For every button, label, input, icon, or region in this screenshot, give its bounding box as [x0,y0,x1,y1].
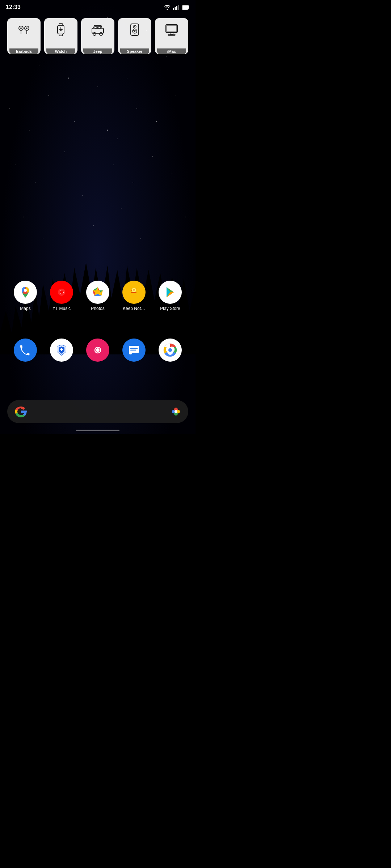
widget-imac-label: iMac [157,48,186,54]
widget-watch-label: Watch [46,48,75,54]
yt-music-svg [56,287,67,297]
yt-music-icon-bg [50,281,73,304]
google-g-icon [14,405,28,418]
maps-icon-bg [14,281,37,304]
status-bar: 12:33 [0,0,196,14]
messages-icon-bg [122,339,146,362]
wifi-icon [164,4,171,10]
app-play-store[interactable]: Play Store [156,281,185,311]
play-store-icon-bg [159,281,182,304]
apps-row-2 [7,339,188,362]
app-bitwarden[interactable] [47,339,76,362]
keep-svg [127,286,140,299]
svg-rect-41 [131,292,136,293]
phone-svg [20,344,31,356]
svg-point-59 [168,348,172,352]
app-maps[interactable]: Maps [11,281,40,311]
phone-icon-bg [14,339,37,362]
messages-svg [128,344,140,356]
widget-speaker-label: Speaker [120,48,149,54]
chrome-icon-bg [159,339,182,362]
svg-rect-18 [59,34,63,36]
app-photos-label: Photos [91,306,104,311]
svg-point-11 [20,27,22,29]
svg-point-33 [24,289,27,292]
status-icons [164,4,190,10]
svg-rect-0 [173,8,174,10]
photos-svg [91,285,105,299]
widget-earbuds[interactable]: Earbuds [7,18,41,54]
svg-point-52 [96,348,100,352]
speaker-icon [127,22,143,38]
app-yt-music-label: YT Music [52,306,71,311]
app-phone[interactable] [11,339,40,362]
svg-point-12 [26,27,28,29]
bitwarden-icon-bg [50,339,73,362]
svg-rect-29 [166,25,177,33]
recorder-icon-bg [86,339,109,362]
app-photos[interactable]: Photos [83,281,112,311]
svg-rect-24 [131,24,139,35]
widget-imac[interactable]: iMac [155,18,188,54]
app-yt-music[interactable]: YT Music [47,281,76,311]
photos-icon-bg [86,281,109,304]
wallpaper [0,0,196,434]
play-store-svg [164,286,177,299]
battery-icon [182,5,190,10]
home-indicator [76,430,119,431]
svg-rect-5 [189,6,189,8]
svg-rect-32 [168,34,175,35]
svg-point-28 [134,30,135,32]
svg-rect-30 [167,25,177,32]
widget-speaker[interactable]: Speaker [118,18,151,54]
watch-icon [53,22,69,38]
app-keep-label: Keep Not… [123,306,145,311]
keep-icon-bg [122,281,146,304]
svg-point-26 [134,26,135,27]
svg-rect-1 [175,7,176,10]
apps-row-1: Maps YT Music [7,281,188,311]
status-time: 12:33 [6,4,21,10]
search-bar[interactable] [7,400,188,423]
jeep-icon [90,22,106,38]
widget-watch[interactable]: Watch [44,18,77,54]
widget-jeep[interactable]: Jeep [81,18,114,54]
app-chrome[interactable] [156,339,185,362]
widget-row: Earbuds Watch Jeep [7,18,188,54]
imac-icon [164,22,180,38]
app-play-store-label: Play Store [160,306,180,311]
recorder-svg [92,345,103,356]
svg-point-64 [175,410,177,413]
svg-rect-3 [178,5,179,10]
svg-rect-6 [182,5,188,9]
svg-rect-17 [59,24,63,25]
chrome-svg [163,343,177,357]
app-keep[interactable]: Keep Not… [119,281,148,311]
app-maps-label: Maps [20,306,30,311]
app-recorder[interactable] [83,339,112,362]
svg-point-37 [60,291,63,294]
widget-earbuds-label: Earbuds [9,48,38,54]
bitwarden-svg [55,344,68,357]
earbuds-icon [16,22,32,38]
assistant-icon [171,407,181,417]
svg-rect-2 [176,6,177,10]
maps-svg [18,285,32,299]
app-messages[interactable] [119,339,148,362]
widget-jeep-label: Jeep [83,48,112,54]
signal-icon [173,4,180,10]
